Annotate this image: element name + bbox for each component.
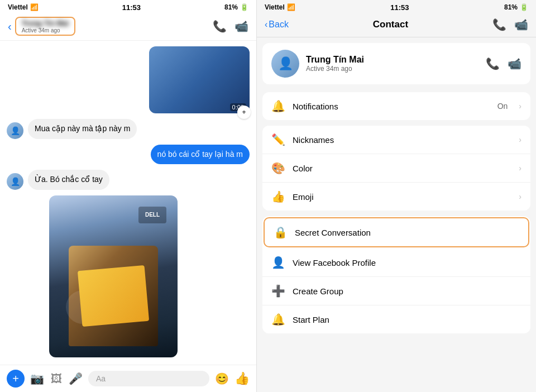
chat-header-right: 📞 📹 xyxy=(213,20,248,33)
menu-section-actions: 🔒 Secret Conversation 👤 View Facebook Pr… xyxy=(262,216,530,333)
menu-item-notifications[interactable]: 🔔 Notifications On › xyxy=(262,92,530,120)
left-status-bar: Viettel 📶 11:53 81% 🔋 xyxy=(0,0,256,13)
right-time: 11:53 xyxy=(390,3,409,12)
menu-item-view-profile[interactable]: 👤 View Facebook Profile xyxy=(262,248,530,277)
plus-icon: + xyxy=(12,372,19,385)
contact-info: Trung Tín Mai Active 34m ago xyxy=(306,55,479,73)
wifi-icon-right: 📶 xyxy=(287,3,295,11)
menu-item-create-group[interactable]: ➕ Create Group xyxy=(262,277,530,305)
right-panel: Viettel 📶 11:53 81% 🔋 ‹ Back Contact 📞 📹… xyxy=(257,0,536,392)
profile-icon: 👤 xyxy=(271,256,285,269)
video-action-icon[interactable]: 📹 xyxy=(508,57,521,70)
lock-icon: 🔒 xyxy=(274,226,287,239)
phone-icon[interactable]: 📞 xyxy=(213,20,227,33)
camera-icon[interactable]: 📷 xyxy=(30,372,44,385)
phone-icon-right[interactable]: 📞 xyxy=(492,18,506,31)
contact-name: Trung Tín Mai xyxy=(306,55,479,65)
contact-name-header: Trung Tín Mai xyxy=(22,19,69,27)
video-icon-right[interactable]: 📹 xyxy=(514,18,528,31)
battery-icon-left: 🔋 xyxy=(240,3,248,11)
message-row-received-2: 👤 Ừa. Bó chắc cổ tay xyxy=(7,170,250,190)
chat-input-bar: + 📷 🖼 🎤 Aa 😊 👍 xyxy=(0,365,256,392)
contact-name-box[interactable]: Trung Tín Mai Active 34m ago xyxy=(15,17,76,36)
emoji-react-btn[interactable]: + xyxy=(237,106,251,119)
nicknames-chevron: › xyxy=(519,135,521,144)
view-profile-label: View Facebook Profile xyxy=(293,258,521,267)
message-input[interactable]: Aa xyxy=(88,371,209,386)
back-arrow-icon[interactable]: ‹ xyxy=(8,20,12,33)
left-time: 11:53 xyxy=(122,3,141,12)
chat-header: ‹ Trung Tín Mai Active 34m ago 📞 📹 xyxy=(0,13,256,41)
notifications-value: On xyxy=(497,102,508,111)
left-panel: Viettel 📶 11:53 81% 🔋 ‹ Trung Tín Mai Ac… xyxy=(0,0,257,392)
wifi-icon: 📶 xyxy=(30,3,39,11)
right-header-icons: 📞 📹 xyxy=(492,18,528,31)
plan-bell-icon: 🔔 xyxy=(271,313,285,326)
menu-section-notifications: 🔔 Notifications On › xyxy=(262,92,530,120)
left-status-right: 81% 🔋 xyxy=(224,3,248,11)
back-button[interactable]: ‹ Back xyxy=(265,20,289,30)
mic-icon[interactable]: 🎤 xyxy=(69,372,83,385)
bottom-icons: 📷 🖼 🎤 xyxy=(30,372,83,385)
menu-item-start-plan[interactable]: 🔔 Start Plan xyxy=(262,305,530,333)
large-photo: DELL xyxy=(49,195,178,357)
menu-item-nicknames[interactable]: ✏️ Nicknames › xyxy=(262,126,530,154)
video-icon[interactable]: 📹 xyxy=(234,20,248,33)
bell-icon: 🔔 xyxy=(271,99,285,113)
menu-item-secret-conversation[interactable]: 🔒 Secret Conversation xyxy=(264,217,529,247)
thumbsup-icon: 👍 xyxy=(271,190,285,203)
menu-item-color[interactable]: 🎨 Color › xyxy=(262,154,530,183)
photo-detail-1 xyxy=(66,290,99,324)
bubble-sent-1: nó bó cái cổ tay lại hà m xyxy=(151,145,250,165)
page-title: Contact xyxy=(289,19,492,30)
menu-section-customize: ✏️ Nicknames › 🎨 Color › 👍 Emoji › xyxy=(262,126,530,211)
create-group-label: Create Group xyxy=(293,286,521,296)
like-button[interactable]: 👍 xyxy=(234,371,250,386)
right-header: ‹ Back Contact 📞 📹 xyxy=(257,13,536,37)
carrier-right: Viettel xyxy=(265,3,285,11)
right-status-right: 81% 🔋 xyxy=(504,3,528,11)
back-label: Back xyxy=(269,20,289,30)
battery-right: 81% xyxy=(504,3,518,11)
secret-conversation-label: Secret Conversation xyxy=(295,228,519,237)
bubble-received-1: Mua cặp này mà tập này m xyxy=(28,119,137,139)
contact-status: Active 34m ago xyxy=(306,65,479,73)
large-photo-container: DELL xyxy=(28,195,250,357)
plus-group-icon: ➕ xyxy=(271,284,285,298)
chat-body: 0:08 + 👤 Mua cặp này mà tập này m nó bó … xyxy=(0,41,256,365)
plus-emoji-icon: + xyxy=(242,108,246,116)
chat-header-left: ‹ Trung Tín Mai Active 34m ago xyxy=(8,17,75,36)
nicknames-label: Nicknames xyxy=(293,135,508,145)
message-row-sent-1: nó bó cái cổ tay lại hà m xyxy=(7,145,250,165)
notifications-label: Notifications xyxy=(293,102,490,111)
battery-left: 81% xyxy=(224,3,238,11)
image-message-container: 0:08 + xyxy=(7,46,250,113)
contact-actions: 📞 📹 xyxy=(486,57,521,70)
right-status-left: Viettel 📶 xyxy=(265,3,295,11)
menu-item-emoji[interactable]: 👍 Emoji › xyxy=(262,183,530,211)
color-chevron: › xyxy=(519,164,521,173)
active-status-header: Active 34m ago xyxy=(22,27,69,34)
notifications-chevron: › xyxy=(519,102,521,111)
photo-icon[interactable]: 🖼 xyxy=(51,372,62,385)
contact-card: 👤 Trung Tín Mai Active 34m ago 📞 📹 xyxy=(262,43,530,84)
palette-icon: 🎨 xyxy=(271,161,285,175)
avatar-received-2: 👤 xyxy=(7,173,23,190)
contact-avatar: 👤 xyxy=(271,50,299,78)
emoji-label: Emoji xyxy=(293,192,508,202)
right-status-bar: Viettel 📶 11:53 81% 🔋 xyxy=(257,0,536,13)
add-button[interactable]: + xyxy=(7,370,25,388)
pencil-icon: ✏️ xyxy=(271,133,285,146)
color-label: Color xyxy=(293,164,508,173)
input-placeholder: Aa xyxy=(96,374,106,383)
bubble-received-2: Ừa. Bó chắc cổ tay xyxy=(28,170,109,190)
emoji-chevron: › xyxy=(519,192,521,201)
message-row-received-1: 👤 Mua cặp này mà tập này m xyxy=(7,119,250,139)
contact-card-section: 👤 Trung Tín Mai Active 34m ago 📞 📹 xyxy=(257,37,536,92)
emoji-icon[interactable]: 😊 xyxy=(215,372,229,385)
back-chevron-icon: ‹ xyxy=(265,20,267,30)
image-placeholder: 0:08 xyxy=(149,46,250,113)
photo-badge: DELL xyxy=(138,207,166,223)
left-status-left: Viettel 📶 xyxy=(8,3,39,11)
phone-action-icon[interactable]: 📞 xyxy=(486,57,500,70)
